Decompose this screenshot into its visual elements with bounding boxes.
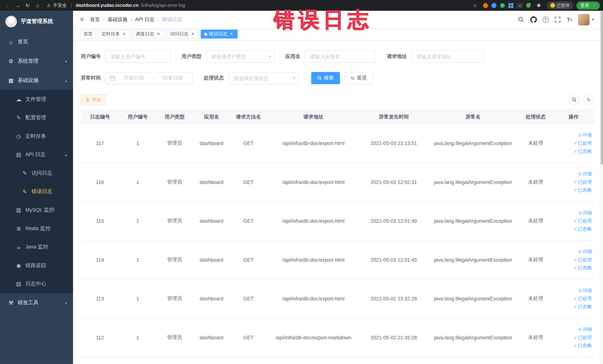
extension-on-icon[interactable]: on xyxy=(517,3,522,8)
tab-schedule-log[interactable]: 调度日志× xyxy=(132,30,165,39)
processed-action[interactable]: ✓已处理 xyxy=(555,178,592,186)
processed-action[interactable]: ✓已处理 xyxy=(555,333,592,341)
paused-extension-badge[interactable]: 已暂停 xyxy=(547,1,573,9)
sidebar-item-home[interactable]: ⌂首页 xyxy=(0,32,73,52)
sidebar-item-java-monitor[interactable]: ☕Java 监控 xyxy=(0,238,73,256)
sidebar-logo[interactable]: 芋道管理系统 xyxy=(0,11,73,32)
browser-actions: ☆ Y on ✱ 已暂停 更新 ⋮ xyxy=(470,1,600,10)
processed-action[interactable]: ✓已处理 xyxy=(555,139,592,147)
ignored-action-label: 已忽略 xyxy=(578,226,592,231)
search-button[interactable]: 搜索 xyxy=(311,72,340,84)
sidebar-item-infrastructure[interactable]: ▦基础设施▴ xyxy=(0,71,73,90)
user-menu[interactable]: ▾ xyxy=(578,14,594,25)
cell-id: 115 xyxy=(81,201,119,240)
cell-user_type: 管理员 xyxy=(156,279,193,318)
scrollbar-thumb[interactable] xyxy=(601,11,603,165)
avatar xyxy=(578,14,590,25)
hamburger-icon[interactable]: ≡ xyxy=(80,16,84,23)
font-size-small-glyph: T xyxy=(570,18,572,22)
processed-action[interactable]: ✓已处理 xyxy=(555,217,592,225)
close-icon[interactable]: × xyxy=(190,31,195,37)
bookmark-star-icon[interactable]: ☆ xyxy=(470,1,480,10)
tab-access-log[interactable]: 访问日志× xyxy=(166,30,199,39)
sidebar-item-label: 访问日志 xyxy=(32,170,52,176)
processed-action[interactable]: ✓已处理 xyxy=(555,256,592,264)
fullscreen-icon[interactable] xyxy=(555,16,561,23)
sidebar-item-system-management[interactable]: ⚙系统管理▾ xyxy=(0,52,73,71)
browser-update-button[interactable]: 更新 ⋮ xyxy=(577,1,600,10)
browser-menu-icon[interactable]: ⋮ xyxy=(592,3,596,8)
sidebar-item-redis-monitor[interactable]: ≣Redis 监控 xyxy=(0,219,73,238)
tab-scheduled-jobs[interactable]: 定时任务× xyxy=(98,30,130,39)
ignored-action[interactable]: ✓已忽略 xyxy=(555,225,592,233)
date-range-picker[interactable]: 开始日期 - 结束日期 xyxy=(105,72,193,84)
back-icon[interactable]: ← xyxy=(3,1,12,10)
extension-green-icon[interactable]: Y xyxy=(500,3,505,8)
ignored-action[interactable]: ✓已忽略 xyxy=(555,341,592,350)
font-size-icon[interactable]: T T xyxy=(567,17,572,22)
help-icon[interactable]: ? xyxy=(543,16,549,23)
sidebar-item-config-management[interactable]: ✎配置管理 xyxy=(0,108,73,127)
user-type-select[interactable] xyxy=(206,50,275,63)
sidebar-item-log-center[interactable]: ▤日志中心 xyxy=(0,275,73,293)
detail-action[interactable]: ⊙详细 xyxy=(555,170,592,178)
close-icon[interactable]: × xyxy=(229,31,234,37)
sidebar-item-error-log[interactable]: ✎错误日志 xyxy=(0,182,73,201)
tab-home[interactable]: 首页 xyxy=(80,30,96,39)
detail-action[interactable]: ⊙详细 xyxy=(555,131,592,139)
ignored-action[interactable]: ✓已忽略 xyxy=(555,147,592,155)
extension-leaf-icon[interactable] xyxy=(526,3,531,8)
detail-action[interactable]: ⊙详细 xyxy=(555,247,592,256)
sidebar-item-scheduled-jobs[interactable]: ◷定时任务 xyxy=(0,127,73,146)
detail-action-label: 详细 xyxy=(583,171,592,176)
table-toolbar: 导出 ↻ xyxy=(81,94,594,105)
table-body: 1171管理员dashboardGET/api/infra/db-doc/exp… xyxy=(81,124,594,357)
process-status-select[interactable] xyxy=(228,72,299,84)
sidebar-item-dev-tools[interactable]: ⚒研发工具▾ xyxy=(0,293,73,312)
browser-home-icon[interactable]: ⌂ xyxy=(33,1,42,10)
extension-blue-icon[interactable] xyxy=(491,3,496,8)
user-id-input[interactable] xyxy=(105,50,171,63)
sidebar-item-mysql-monitor[interactable]: ▥MySQL 监控 xyxy=(0,201,73,219)
extension-orange-icon[interactable] xyxy=(483,3,488,8)
breadcrumb-api-log[interactable]: API 日志 xyxy=(135,16,155,23)
cell-method: GET xyxy=(230,279,267,318)
search-icon[interactable] xyxy=(518,16,524,23)
request-url-input[interactable] xyxy=(412,50,484,63)
toggle-search-button[interactable] xyxy=(569,94,580,105)
exception-time-label: 异常时间 xyxy=(81,75,101,82)
sidebar-item-trace[interactable]: ◉链路追踪 xyxy=(0,256,73,275)
access-log-icon: ✎ xyxy=(22,170,28,176)
extension-grid-icon[interactable] xyxy=(509,3,513,8)
cell-actions: ⊙详细✓已处理✓已忽略 xyxy=(553,240,594,279)
ignored-action[interactable]: ✓已忽略 xyxy=(555,303,592,311)
address-bar[interactable]: ⚠ 不安全 | dashboard.yudao.iocoder.cn/infra… xyxy=(47,2,470,9)
forward-icon[interactable]: → xyxy=(13,1,23,10)
processed-action[interactable]: ✓已处理 xyxy=(555,294,592,303)
detail-action[interactable]: ⊙详细 xyxy=(555,286,592,295)
log-center-icon: ▤ xyxy=(15,281,22,287)
detail-action[interactable]: ⊙详细 xyxy=(555,325,592,333)
ignored-action[interactable]: ✓已忽略 xyxy=(555,264,592,272)
breadcrumb-home[interactable]: 首页 xyxy=(90,16,100,23)
github-icon[interactable] xyxy=(530,16,537,23)
sidebar-item-label: 链路追踪 xyxy=(25,262,46,269)
paw-extension-icon[interactable]: ✱ xyxy=(534,1,544,10)
sidebar-item-file-management[interactable]: ☁文件管理 xyxy=(0,90,73,108)
app-name-input[interactable] xyxy=(305,50,376,63)
ignored-action[interactable]: ✓已忽略 xyxy=(555,186,592,194)
page-scrollbar[interactable] xyxy=(600,11,603,364)
sidebar-item-access-log[interactable]: ✎访问日志 xyxy=(0,164,73,182)
close-icon[interactable]: × xyxy=(122,31,127,37)
breadcrumb-infrastructure[interactable]: 基础设施 xyxy=(107,16,128,23)
close-icon[interactable]: × xyxy=(156,31,161,37)
sidebar-item-api-log[interactable]: ▤API 日志▴ xyxy=(0,145,73,164)
reload-icon[interactable]: ↻ xyxy=(23,1,32,10)
page: ← → ↻ ⌂ ⚠ 不安全 | dashboard.yudao.iocoder.… xyxy=(0,0,603,364)
tab-error-log[interactable]: 错误日志× xyxy=(201,30,238,39)
detail-action[interactable]: ⊙详细 xyxy=(555,209,592,217)
detail-action-label: 详细 xyxy=(583,132,592,138)
refresh-table-button[interactable]: ↻ xyxy=(583,94,594,105)
reset-button[interactable]: ↻ 重置 xyxy=(345,72,373,84)
export-button[interactable]: 导出 xyxy=(81,94,106,105)
